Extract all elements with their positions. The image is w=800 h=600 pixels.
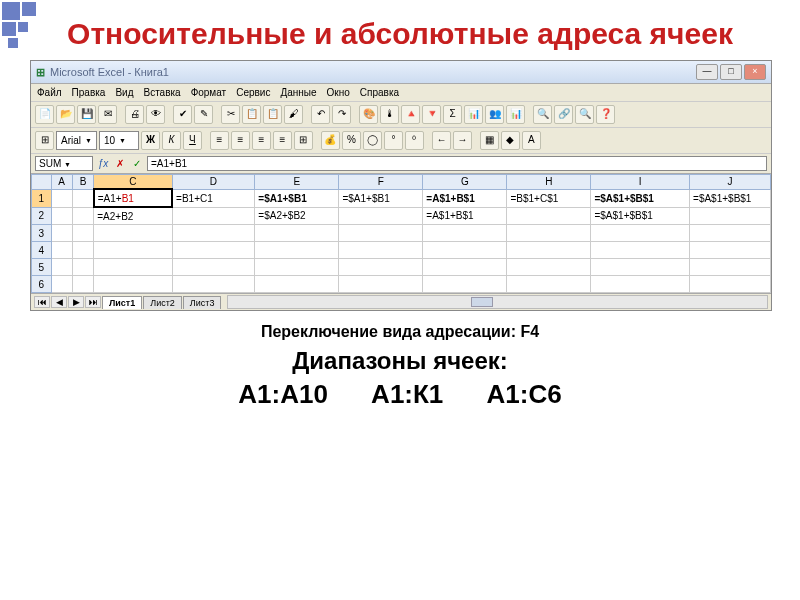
tab-nav-first[interactable]: ⏮ xyxy=(34,296,50,308)
maximize-button[interactable]: □ xyxy=(720,64,742,80)
toolbar-button[interactable]: 🌡 xyxy=(380,105,399,124)
row-header-6[interactable]: 6 xyxy=(32,276,52,293)
fx-button[interactable]: ƒx xyxy=(96,157,110,171)
col-header-H[interactable]: H xyxy=(507,175,591,190)
toolbar-button[interactable]: ↶ xyxy=(311,105,330,124)
format-button[interactable]: Ж xyxy=(141,131,160,150)
toolbar-button[interactable]: 🔺 xyxy=(401,105,420,124)
format-button[interactable]: ⁰ xyxy=(405,131,424,150)
hscrollbar[interactable] xyxy=(227,295,768,309)
close-button[interactable]: × xyxy=(744,64,766,80)
toolbar-button[interactable]: 🎨 xyxy=(359,105,378,124)
format-button[interactable]: 💰 xyxy=(321,131,340,150)
menu-view[interactable]: Вид xyxy=(115,87,133,98)
tab-nav-prev[interactable]: ◀ xyxy=(51,296,67,308)
cell-B1[interactable] xyxy=(72,189,93,207)
col-header-A[interactable]: A xyxy=(51,175,72,190)
menu-file[interactable]: Файл xyxy=(37,87,62,98)
cell-G2[interactable]: =A$1+B$1 xyxy=(423,207,507,225)
minimize-button[interactable]: — xyxy=(696,64,718,80)
format-button[interactable]: ≡ xyxy=(210,131,229,150)
toolbar-button[interactable]: 👁 xyxy=(146,105,165,124)
cell-G1[interactable]: =A$1+B$1 xyxy=(423,189,507,207)
cell[interactable] xyxy=(172,207,255,225)
font-name[interactable]: Arial▼ xyxy=(56,131,97,150)
col-header-D[interactable]: D xyxy=(172,175,255,190)
cancel-button[interactable]: ✗ xyxy=(113,157,127,171)
cell-D1[interactable]: =B1+C1 xyxy=(172,189,255,207)
cell-I2[interactable]: =$A$1+$B$1 xyxy=(591,207,690,225)
menu-window[interactable]: Окно xyxy=(327,87,350,98)
cell-E2[interactable]: =$A2+$B2 xyxy=(255,207,339,225)
menu-data[interactable]: Данные xyxy=(280,87,316,98)
cell-F1[interactable]: =$A1+$B1 xyxy=(339,189,423,207)
menu-help[interactable]: Справка xyxy=(360,87,399,98)
toolbar-button[interactable]: ✎ xyxy=(194,105,213,124)
format-button[interactable]: ≡ xyxy=(231,131,250,150)
formula-input[interactable]: =A1+B1 xyxy=(147,156,767,171)
font-dropdown-icon[interactable]: ⊞ xyxy=(35,131,54,150)
font-size[interactable]: 10▼ xyxy=(99,131,139,150)
col-header-G[interactable]: G xyxy=(423,175,507,190)
cell[interactable] xyxy=(72,207,93,225)
toolbar-button[interactable]: 🔗 xyxy=(554,105,573,124)
tab-nav-last[interactable]: ⏭ xyxy=(85,296,101,308)
toolbar-button[interactable]: 🔻 xyxy=(422,105,441,124)
toolbar-button[interactable]: 📄 xyxy=(35,105,54,124)
menu-tools[interactable]: Сервис xyxy=(236,87,270,98)
col-header-C[interactable]: C xyxy=(94,175,172,190)
toolbar-button[interactable]: 👥 xyxy=(485,105,504,124)
sheet-tab-3[interactable]: Лист3 xyxy=(183,296,222,309)
menu-format[interactable]: Формат xyxy=(191,87,227,98)
col-header-J[interactable]: J xyxy=(690,175,771,190)
toolbar-button[interactable]: ❓ xyxy=(596,105,615,124)
row-header-3[interactable]: 3 xyxy=(32,225,52,242)
format-button[interactable]: ◆ xyxy=(501,131,520,150)
name-box[interactable]: SUM ▼ xyxy=(35,156,93,171)
cell[interactable] xyxy=(339,207,423,225)
cell-A1[interactable] xyxy=(51,189,72,207)
toolbar-button[interactable]: 📊 xyxy=(506,105,525,124)
sheet-tab-2[interactable]: Лист2 xyxy=(143,296,182,309)
toolbar-button[interactable]: 🖨 xyxy=(125,105,144,124)
format-button[interactable]: A xyxy=(522,131,541,150)
menu-insert[interactable]: Вставка xyxy=(143,87,180,98)
cell-C1[interactable]: =A1+B1 xyxy=(94,189,172,207)
toolbar-button[interactable]: ✉ xyxy=(98,105,117,124)
row-header-5[interactable]: 5 xyxy=(32,259,52,276)
row-header-2[interactable]: 2 xyxy=(32,207,52,225)
col-header-F[interactable]: F xyxy=(339,175,423,190)
cell-J1[interactable]: =$A$1+$B$1 xyxy=(690,189,771,207)
menu-edit[interactable]: Правка xyxy=(72,87,106,98)
toolbar-button[interactable]: 💾 xyxy=(77,105,96,124)
toolbar-button[interactable]: ✂ xyxy=(221,105,240,124)
toolbar-button[interactable]: 📊 xyxy=(464,105,483,124)
cell[interactable] xyxy=(507,207,591,225)
spreadsheet-grid[interactable]: A B C D E F G H I J 1 =A1+B1 =B1+C1 =$A1… xyxy=(31,174,771,293)
toolbar-button[interactable]: 📋 xyxy=(263,105,282,124)
toolbar-button[interactable]: 📂 xyxy=(56,105,75,124)
toolbar-button[interactable]: 📋 xyxy=(242,105,261,124)
col-header-I[interactable]: I xyxy=(591,175,690,190)
format-button[interactable]: ° xyxy=(384,131,403,150)
cell-C2[interactable]: =A2+B2 xyxy=(94,207,172,225)
scroll-thumb[interactable] xyxy=(471,297,493,307)
cell-H1[interactable]: =B$1+C$1 xyxy=(507,189,591,207)
toolbar-button[interactable]: ✔ xyxy=(173,105,192,124)
format-button[interactable]: → xyxy=(453,131,472,150)
col-header-E[interactable]: E xyxy=(255,175,339,190)
cell-E1[interactable]: =$A1+$B1 xyxy=(255,189,339,207)
format-button[interactable]: ≡ xyxy=(252,131,271,150)
row-header-1[interactable]: 1 xyxy=(32,189,52,207)
select-all[interactable] xyxy=(32,175,52,190)
cell[interactable] xyxy=(690,207,771,225)
toolbar-button[interactable]: 🔍 xyxy=(575,105,594,124)
cell[interactable] xyxy=(51,207,72,225)
cell-I1[interactable]: =$A$1+$B$1 xyxy=(591,189,690,207)
tab-nav-next[interactable]: ▶ xyxy=(68,296,84,308)
format-button[interactable]: Ч xyxy=(183,131,202,150)
format-button[interactable]: % xyxy=(342,131,361,150)
format-button[interactable]: ← xyxy=(432,131,451,150)
row-header-4[interactable]: 4 xyxy=(32,242,52,259)
col-header-B[interactable]: B xyxy=(72,175,93,190)
